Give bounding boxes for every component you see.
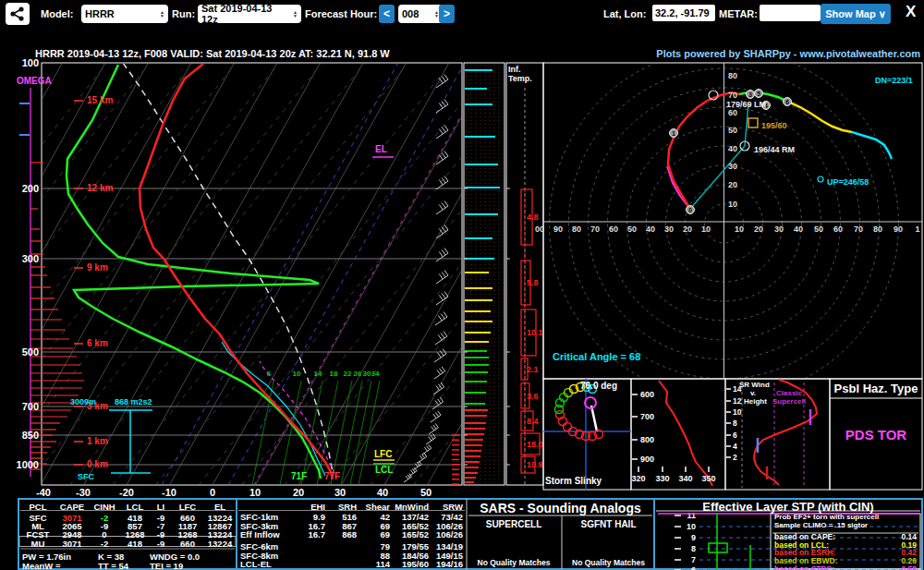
svg-text:30: 30 [334, 487, 346, 498]
svg-text:600: 600 [640, 390, 654, 399]
svg-text:18: 18 [330, 370, 338, 378]
svg-text:3: 3 [748, 91, 752, 98]
sars-hail-matches: No Quality Matches [563, 558, 654, 567]
skewt-background [0, 63, 752, 485]
surface-temp-value: 77F [324, 471, 340, 481]
svg-text:15 km: 15 km [87, 95, 113, 105]
svg-text:60: 60 [728, 108, 737, 117]
svg-text:10: 10 [293, 370, 301, 378]
svg-text:330: 330 [655, 474, 669, 483]
sharppy-sounding-app: Model: HRRR ▲▼ Run: Sat 2019-04-13 12z ▲… [0, 0, 924, 570]
svg-text:40: 40 [794, 224, 803, 234]
svg-text:70: 70 [728, 91, 737, 100]
svg-text:30: 30 [728, 162, 737, 171]
svg-text:12: 12 [733, 396, 742, 406]
svg-text:4: 4 [733, 442, 737, 451]
stp-title: Effective Layer STP (with CIN) [654, 500, 922, 514]
parcel-table: PCLCAPECINHLCLLILFCEL SFC3071-2418-96601… [18, 499, 237, 570]
hodo-dn-label: DN=223/1 [875, 76, 913, 85]
svg-text:18.0: 18.0 [527, 440, 543, 449]
svg-text:30: 30 [774, 224, 784, 234]
svg-text:900: 900 [640, 455, 654, 464]
stp-panel: Effective Layer STP (with CIN) Prob EF2+… [654, 499, 922, 570]
srwind-axes: 1412108642 [726, 384, 742, 462]
srwind-title1: SR Wind [739, 381, 770, 389]
svg-text:6: 6 [733, 431, 737, 440]
svg-text:10.1: 10.1 [527, 328, 543, 337]
svg-text:340: 340 [678, 474, 692, 483]
lfc-label: LFC [374, 449, 392, 459]
svg-text:1: 1 [672, 130, 675, 137]
svg-text:26: 26 [354, 370, 362, 378]
svg-text:5: 5 [757, 91, 760, 97]
svg-text:0 km: 0 km [87, 459, 108, 469]
svg-text:80: 80 [873, 224, 882, 234]
svg-text:3.6: 3.6 [527, 392, 539, 401]
svg-text:20: 20 [728, 180, 737, 189]
svg-text:14: 14 [314, 370, 322, 378]
kinematics-row: Eff Inflow16.786869165/52106/26 [238, 529, 467, 540]
surface-dewpoint-value: 71F [291, 471, 307, 481]
svg-text:50: 50 [814, 224, 823, 234]
svg-text:5.8: 5.8 [527, 278, 539, 287]
svg-text:30: 30 [664, 224, 674, 234]
svg-text:70: 70 [854, 224, 863, 234]
inflow-height-value: 3009m [70, 397, 96, 406]
kinematics-table: EHISRHShearMnWindSRW SFC-1km9.951642137/… [237, 499, 467, 570]
svg-text:500: 500 [22, 346, 39, 358]
svg-text:200: 200 [22, 183, 39, 194]
svg-text:8: 8 [733, 418, 737, 428]
sfc-label: SFC [78, 472, 94, 481]
svg-text:40: 40 [377, 487, 388, 498]
svg-text:-40: -40 [36, 487, 51, 498]
svg-text:10: 10 [728, 200, 737, 209]
svg-text:-30: -30 [76, 487, 91, 498]
wind-speed-profile [465, 65, 500, 483]
inf-temp-label1: Inf. [508, 65, 521, 74]
stp-prob-box: Prob EF2+ torn with supercell Sample CLI… [771, 514, 920, 570]
svg-text:-20: -20 [119, 487, 134, 498]
lcl-label: LCL [375, 465, 393, 475]
svg-text:34: 34 [371, 370, 380, 378]
svg-text:10: 10 [733, 407, 742, 417]
svg-text:700: 700 [22, 401, 39, 412]
svg-text:850: 850 [22, 430, 39, 441]
svg-text:50: 50 [728, 126, 737, 135]
svg-text:50: 50 [420, 487, 432, 498]
svg-text:6 km: 6 km [87, 338, 108, 348]
svg-text:40: 40 [728, 144, 737, 153]
srwind-title3: Height [744, 397, 767, 406]
sars-hail-header: SGFNT HAIL [563, 519, 654, 529]
thetae-axes: 600700800900320330340350 [631, 390, 715, 483]
sars-panel: SARS - Sounding Analogs SUPERCELL SGFNT … [467, 499, 654, 570]
stp-row-stpc: based on STPC:0.58 [771, 565, 920, 570]
srwind-title2: v. [750, 389, 756, 397]
parcel-table-header: PCLCAPECINHLCLLILFCEL [20, 502, 237, 512]
svg-text:10: 10 [249, 487, 261, 498]
svg-text:350: 350 [701, 474, 715, 483]
svg-text:6: 6 [267, 370, 272, 378]
svg-text:22: 22 [344, 370, 352, 378]
parcel-row-mu: MU3071-2418-966013224 [20, 539, 237, 549]
svg-text:4.8: 4.8 [527, 212, 539, 222]
svg-text:1: 1 [915, 224, 919, 234]
inflow-srh-value: 868 m2s2 [115, 397, 152, 406]
svg-text:700: 700 [640, 412, 654, 421]
stp-climo: Sample CLIMO = .15 sigtor [771, 522, 920, 530]
svg-text:10.9: 10.9 [527, 460, 543, 469]
svg-text:20: 20 [293, 487, 304, 498]
sars-title: SARS - Sounding Analogs [467, 501, 654, 515]
svg-text:60: 60 [833, 224, 843, 234]
svg-text:8.4: 8.4 [527, 417, 539, 426]
svg-text:90: 90 [553, 224, 563, 234]
svg-text:10: 10 [701, 224, 711, 234]
hazard-header: Psbl Haz. Type [830, 382, 922, 395]
inf-temp-label2: Temp. [508, 74, 532, 83]
kinematics-header: EHISRHShearMnWindSRW [238, 502, 467, 512]
omega-label: OMEGA [17, 76, 52, 86]
svg-text:60: 60 [609, 224, 618, 234]
svg-text:1 km: 1 km [87, 436, 108, 446]
svg-text:80: 80 [728, 71, 737, 80]
wind-barbs [404, 75, 448, 483]
svg-text:50: 50 [627, 224, 637, 234]
